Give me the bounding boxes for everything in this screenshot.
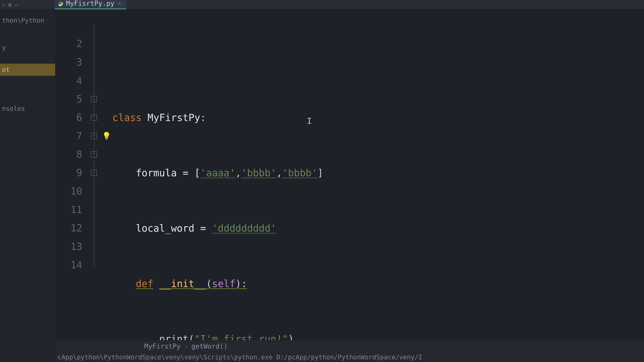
left-tool-panel: thon\Python y ot nsoles xyxy=(0,9,55,362)
line-number: 7 xyxy=(55,127,82,145)
code-line[interactable] xyxy=(112,53,644,71)
intention-column: 💡 xyxy=(100,9,112,340)
editor-wrap: 2 3 4 5 6 7 8 9 10 11 12 13 14 xyxy=(55,9,644,362)
line-number: 12 xyxy=(55,219,82,237)
file-tab-label: MyFisrtPy.py xyxy=(66,0,114,7)
minus-icon[interactable]: – xyxy=(14,1,18,8)
code-editor[interactable]: 2 3 4 5 6 7 8 9 10 11 12 13 14 xyxy=(55,9,644,340)
body-row: thon\Python y ot nsoles 2 3 4 5 6 7 8 xyxy=(0,9,644,362)
ide-root: ‹ ⚙ – MyFisrtPy.py × thon\Python y ot ns… xyxy=(0,0,644,362)
code-line[interactable]: local_word = 'ddddddddd' xyxy=(112,219,644,238)
code-line[interactable]: formula = ['aaaa','bbbb','bbbb'] xyxy=(112,164,644,182)
code-line[interactable]: class MyFirstPy: xyxy=(112,108,644,127)
line-number: 3 xyxy=(55,53,82,71)
code-line[interactable]: print("I'm first run!") xyxy=(112,330,644,340)
toolbar-icons: ‹ ⚙ – xyxy=(2,1,18,8)
code-content[interactable]: class MyFirstPy: formula = ['aaaa','bbbb… xyxy=(112,9,644,340)
line-number: 5 xyxy=(55,90,82,108)
line-number: 8 xyxy=(55,145,82,164)
python-file-icon xyxy=(58,0,64,6)
line-number: 11 xyxy=(55,200,82,219)
fold-guide xyxy=(94,24,94,268)
svg-point-0 xyxy=(60,2,60,2)
tab-strip: MyFisrtPy.py × xyxy=(55,0,126,9)
file-tab[interactable]: MyFisrtPy.py × xyxy=(55,0,126,9)
line-number: 14 xyxy=(55,256,82,274)
panel-item-nsoles[interactable]: nsoles xyxy=(0,103,55,115)
svg-point-1 xyxy=(62,5,62,6)
panel-item-ot[interactable]: ot xyxy=(0,64,55,76)
breadcrumb-class[interactable]: MyFirstPy xyxy=(144,343,180,350)
breadcrumb-method[interactable]: getWord() xyxy=(191,343,228,350)
line-number: 2 xyxy=(55,34,82,53)
line-number: 13 xyxy=(55,237,82,256)
top-bar: ‹ ⚙ – MyFisrtPy.py × xyxy=(0,0,644,9)
panel-item-path[interactable]: thon\Python xyxy=(0,14,55,26)
status-bar: cApp\python\PythonWordSpace\veny\veny\Sc… xyxy=(55,352,644,362)
chevron-right-icon: › xyxy=(184,343,188,350)
line-number: 9 xyxy=(55,164,82,182)
tab-close-icon[interactable]: × xyxy=(118,0,121,6)
intention-bulb-icon[interactable]: 💡 xyxy=(102,129,111,143)
line-gutter: 2 3 4 5 6 7 8 9 10 11 12 13 14 xyxy=(55,9,87,340)
line-number: 6 xyxy=(55,108,82,127)
code-line[interactable]: def __init__(self): xyxy=(112,275,644,293)
fold-column: − ⌃ − ⌃ − xyxy=(87,9,100,340)
breadcrumb-bar: MyFirstPy › getWord() xyxy=(55,340,644,352)
line-number: 10 xyxy=(55,182,82,200)
line-number xyxy=(55,16,82,34)
panel-item-y[interactable]: y xyxy=(0,41,55,54)
left-arrow-icon[interactable]: ‹ xyxy=(2,1,5,8)
line-number: 4 xyxy=(55,71,82,90)
status-path: cApp\python\PythonWordSpace\veny\veny\Sc… xyxy=(58,354,422,361)
gear-icon[interactable]: ⚙ xyxy=(8,1,12,8)
